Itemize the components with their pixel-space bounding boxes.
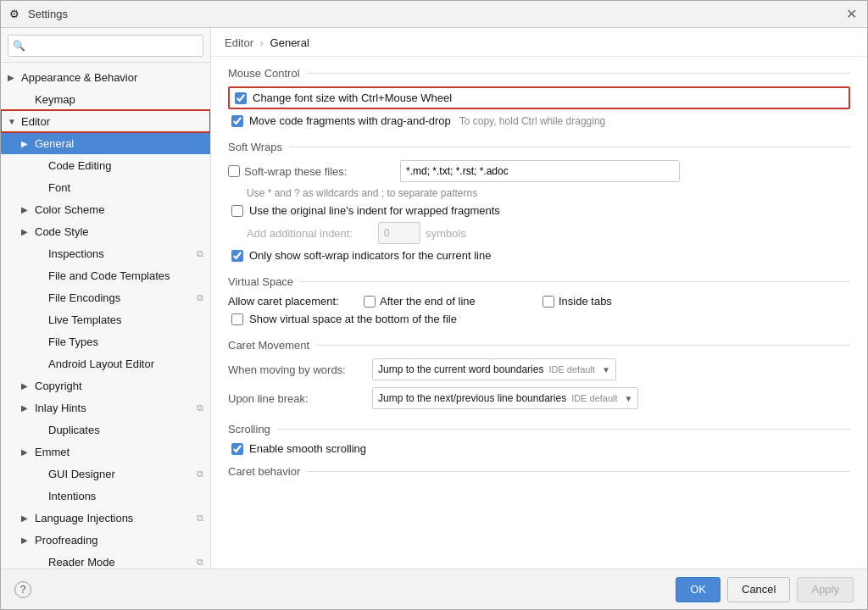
sidebar-item-file-types[interactable]: File Types (1, 330, 210, 352)
apply-button[interactable]: Apply (797, 577, 854, 602)
soft-wrap-files-label: Soft-wrap these files: (244, 165, 380, 178)
move-code-fragments-checkbox[interactable] (231, 115, 243, 127)
breadcrumb-parent: Editor (225, 36, 253, 49)
sidebar-item-editor[interactable]: ▼Editor (1, 110, 210, 132)
soft-wrap-indicators-checkbox[interactable] (231, 250, 243, 262)
sidebar-item-file-encodings[interactable]: File Encodings⧉ (1, 286, 210, 308)
copy-icon: ⧉ (197, 402, 203, 413)
arrow-icon: ▼ (8, 117, 18, 126)
cancel-button[interactable]: Cancel (727, 577, 790, 602)
change-font-size-checkbox[interactable] (235, 92, 247, 104)
soft-wrap-files-checkbox[interactable] (228, 165, 240, 177)
inline-checkboxes: After the end of line Inside tabs (364, 295, 708, 308)
content-area: 🔍 ▶Appearance & BehaviorKeymap▼Editor▶Ge… (1, 28, 867, 568)
arrow-icon: ▶ (21, 139, 31, 148)
moving-words-dropdown[interactable]: Jump to the current word boundaries IDE … (372, 358, 616, 380)
window-title: Settings (28, 8, 843, 20)
soft-wrap-files-input[interactable] (400, 160, 680, 182)
soft-wrap-hint: Use * and ? as wildcards and ; to separa… (247, 187, 850, 199)
sidebar-item-label: Copyright (35, 380, 82, 392)
sidebar-item-font[interactable]: Font (1, 176, 210, 198)
sidebar-item-keymap[interactable]: Keymap (1, 88, 210, 110)
main-content: Editor › General Mouse Control Change fo… (211, 28, 867, 568)
soft-wrap-files-row: Soft-wrap these files: (228, 160, 850, 182)
line-break-arrow: ▼ (625, 394, 633, 403)
sidebar-item-inlay-hints[interactable]: ▶Inlay Hints⧉ (1, 396, 210, 419)
show-virtual-checkbox[interactable] (231, 313, 243, 325)
line-break-label: Upon line break: (228, 392, 372, 405)
inside-tabs-checkbox[interactable] (542, 296, 554, 308)
arrow-icon: ▶ (21, 513, 31, 523)
sidebar-item-label: Duplicates (48, 424, 100, 436)
line-break-row: Upon line break: Jump to the next/previo… (228, 387, 850, 409)
moving-words-label: When moving by words: (228, 363, 372, 376)
ok-button[interactable]: OK (676, 577, 721, 602)
virtual-space-title: Virtual Space (228, 275, 850, 288)
show-virtual-label: Show virtual space at the bottom of the … (249, 313, 457, 325)
virtual-space-section: Virtual Space Allow caret placement: Aft… (228, 275, 850, 325)
change-font-size-label: Change font size with Ctrl+Mouse Wheel (253, 92, 452, 104)
original-indent-checkbox[interactable] (231, 205, 243, 217)
change-font-size-row: Change font size with Ctrl+Mouse Wheel (228, 86, 850, 109)
copy-icon: ⧉ (197, 292, 203, 303)
window-icon: ⚙ (9, 8, 23, 21)
soft-wrap-indicators-row: Only show soft-wrap indicators for the c… (228, 249, 850, 262)
search-box: 🔍 (1, 28, 210, 63)
sidebar-item-live-templates[interactable]: Live Templates (1, 308, 210, 330)
sidebar-item-appearance[interactable]: ▶Appearance & Behavior (1, 66, 210, 88)
sidebar-item-label: Reader Mode (48, 556, 115, 568)
sidebar-item-intentions[interactable]: Intentions (1, 485, 210, 507)
arrow-icon: ▶ (21, 205, 31, 214)
arrow-icon: ▶ (21, 403, 31, 413)
bottom-buttons: OK Cancel Apply (676, 577, 854, 602)
after-end-checkbox[interactable] (364, 296, 376, 308)
sidebar-item-label: Language Injections (35, 512, 133, 524)
drag-drop-hint: To copy, hold Ctrl while dragging (459, 115, 606, 127)
sidebar-item-label: Inlay Hints (35, 402, 86, 414)
sidebar-item-label: Intentions (48, 490, 96, 502)
sidebar-item-general[interactable]: ▶General (1, 132, 210, 154)
sidebar-item-android-layout-editor[interactable]: Android Layout Editor (1, 352, 210, 374)
caret-placement-label: Allow caret placement: (228, 295, 364, 308)
sidebar-item-inspections[interactable]: Inspections⧉ (1, 242, 210, 264)
line-break-badge: IDE default (571, 393, 617, 403)
sidebar-item-duplicates[interactable]: Duplicates (1, 419, 210, 441)
scrolling-section: Scrolling Enable smooth scrolling Caret … (228, 423, 850, 478)
sidebar-item-color-scheme[interactable]: ▶Color Scheme (1, 198, 210, 220)
sidebar-item-proofreading[interactable]: ▶Proofreading (1, 529, 210, 551)
sidebar-item-file-code-templates[interactable]: File and Code Templates (1, 264, 210, 286)
close-button[interactable]: ✕ (843, 7, 859, 22)
sidebar-item-code-editing[interactable]: Code Editing (1, 154, 210, 176)
move-code-fragments-row: Move code fragments with drag-and-drop T… (228, 114, 850, 127)
sidebar-item-copyright[interactable]: ▶Copyright (1, 374, 210, 396)
smooth-scrolling-checkbox[interactable] (231, 443, 243, 455)
sidebar-item-emmet[interactable]: ▶Emmet (1, 441, 210, 463)
sidebar-item-label: GUI Designer (48, 468, 115, 480)
additional-indent-input[interactable] (378, 222, 420, 244)
settings-window: ⚙ Settings ✕ 🔍 ▶Appearance & BehaviorKey… (0, 0, 868, 610)
sidebar-item-label: File Types (48, 336, 98, 348)
additional-indent-row: Add additional indent: symbols (247, 222, 850, 244)
sidebar-item-code-style[interactable]: ▶Code Style (1, 220, 210, 242)
sidebar-item-label: Code Editing (48, 159, 111, 172)
sidebar-item-label: Live Templates (48, 313, 121, 326)
additional-indent-label: Add additional indent: (247, 227, 378, 240)
move-code-fragments-label: Move code fragments with drag-and-drop (249, 114, 451, 127)
search-input[interactable] (8, 35, 203, 57)
sidebar-item-label: Color Scheme (35, 203, 104, 216)
sidebar-item-label: Appearance & Behavior (21, 71, 137, 84)
copy-icon: ⧉ (197, 248, 203, 259)
sidebar-item-language-injections[interactable]: ▶Language Injections⧉ (1, 507, 210, 529)
sidebar-item-label: Font (48, 181, 70, 194)
help-button[interactable]: ? (14, 581, 31, 598)
moving-words-row: When moving by words: Jump to the curren… (228, 358, 850, 380)
sidebar-item-reader-mode[interactable]: Reader Mode⧉ (1, 551, 210, 568)
caret-movement-section: Caret Movement When moving by words: Jum… (228, 339, 850, 409)
line-break-dropdown[interactable]: Jump to the next/previous line boundarie… (372, 387, 638, 409)
smooth-scrolling-row: Enable smooth scrolling (228, 442, 850, 455)
sidebar-item-gui-designer[interactable]: GUI Designer⧉ (1, 463, 210, 485)
after-end-label: After the end of line (380, 295, 515, 308)
scrolling-title: Scrolling (228, 423, 850, 435)
sidebar-item-label: Android Layout Editor (48, 358, 154, 370)
title-bar: ⚙ Settings ✕ (1, 1, 867, 28)
